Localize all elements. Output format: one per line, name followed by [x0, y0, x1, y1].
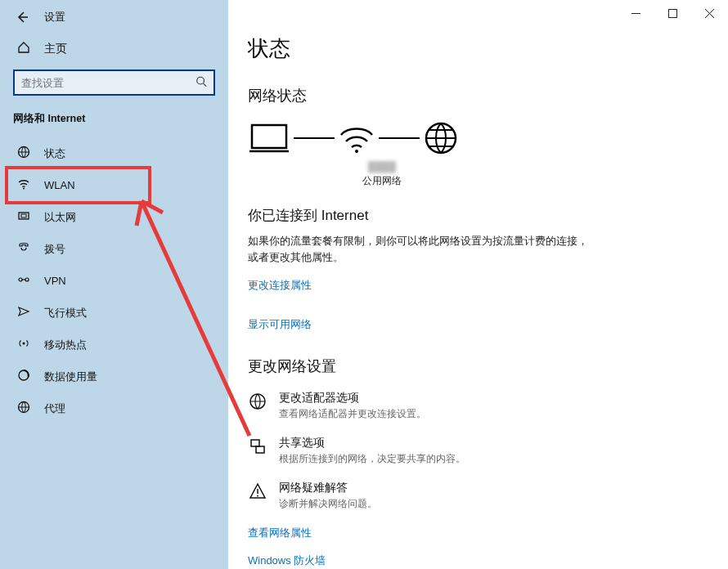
sidebar-item-airplane[interactable]: 飞行模式: [0, 297, 228, 329]
option-adapter[interactable]: 更改适配器选项 查看网络适配器并更改连接设置。: [248, 391, 708, 421]
network-status-heading: 网络状态: [248, 86, 708, 105]
hotspot-icon: [16, 337, 31, 352]
network-type: 公用网络: [326, 174, 438, 188]
diagram-label: ████ 公用网络: [326, 161, 438, 188]
link-show-available-networks[interactable]: 显示可用网络: [248, 317, 708, 332]
wifi-diagram-icon: [338, 120, 375, 156]
wifi-icon: [16, 177, 31, 193]
svg-rect-3: [19, 213, 29, 219]
svg-rect-11: [252, 125, 286, 148]
search-wrap: [13, 69, 215, 96]
minimize-button[interactable]: [618, 0, 654, 26]
connected-desc: 如果你的流量套餐有限制，则你可以将此网络设置为按流量计费的连接，或者更改其他属性…: [248, 233, 591, 265]
close-button[interactable]: [691, 0, 728, 26]
connected-title: 你已连接到 Internet: [248, 206, 708, 225]
home-icon: [16, 41, 31, 56]
sidebar-item-label: WLAN: [44, 179, 75, 191]
option-title: 更改适配器选项: [279, 391, 426, 405]
maximize-button[interactable]: [654, 0, 691, 26]
svg-rect-4: [21, 214, 26, 217]
svg-point-17: [257, 495, 258, 497]
data-usage-icon: [16, 369, 31, 384]
change-settings-heading: 更改网络设置: [248, 356, 708, 376]
link-change-connection-props[interactable]: 更改连接属性: [248, 278, 708, 293]
dialup-icon: [16, 241, 31, 257]
svg-point-7: [23, 343, 25, 345]
sidebar-item-label: VPN: [44, 275, 66, 287]
option-sharing[interactable]: 共享选项 根据所连接到的网络，决定要共享的内容。: [248, 436, 708, 466]
sidebar-item-wlan[interactable]: WLAN: [0, 169, 228, 201]
sidebar-item-vpn[interactable]: VPN: [0, 265, 228, 297]
back-button[interactable]: [15, 10, 29, 25]
sidebar: 设置 主页 网络和 Internet 状态 WLAN 以太网: [0, 0, 228, 569]
troubleshoot-icon: [248, 481, 267, 500]
device-icon: [248, 120, 290, 156]
airplane-icon: [16, 305, 31, 320]
link-windows-firewall[interactable]: Windows 防火墙: [248, 553, 708, 568]
globe-diagram-icon: [423, 120, 459, 156]
adapter-icon: [248, 391, 267, 410]
option-troubleshoot[interactable]: 网络疑难解答 诊断并解决网络问题。: [248, 481, 708, 511]
sidebar-item-label: 拨号: [44, 242, 65, 257]
option-desc: 根据所连接到的网络，决定要共享的内容。: [279, 452, 465, 466]
link-list: 查看网络属性 Windows 防火墙 网络和共享中心: [248, 526, 708, 569]
sidebar-section-title: 网络和 Internet: [0, 107, 228, 137]
vpn-icon: [16, 273, 31, 289]
sidebar-item-ethernet[interactable]: 以太网: [0, 201, 228, 233]
sidebar-item-dialup[interactable]: 拨号: [0, 233, 228, 265]
status-icon: [16, 146, 31, 161]
sidebar-item-label: 以太网: [44, 210, 76, 225]
titlebar: 设置: [0, 7, 228, 34]
svg-point-2: [23, 188, 25, 190]
search-input[interactable]: [13, 69, 215, 96]
ethernet-icon: [16, 209, 31, 225]
sidebar-item-hotspot[interactable]: 移动热点: [0, 329, 228, 361]
svg-rect-10: [669, 9, 677, 17]
svg-point-12: [355, 150, 358, 153]
option-desc: 查看网络适配器并更改连接设置。: [279, 407, 426, 421]
window-controls: [618, 0, 728, 26]
sidebar-item-label: 移动热点: [44, 338, 87, 352]
proxy-icon: [16, 401, 31, 416]
sidebar-item-label: 飞行模式: [44, 306, 87, 320]
sidebar-item-label: 代理: [44, 401, 65, 416]
option-title: 共享选项: [279, 436, 465, 450]
diagram-line: [294, 137, 335, 139]
svg-point-6: [25, 278, 29, 281]
app-title: 设置: [44, 10, 65, 25]
sidebar-item-datausage[interactable]: 数据使用量: [0, 361, 228, 392]
home-label: 主页: [44, 42, 67, 56]
diagram-line: [379, 137, 420, 139]
network-ssid: ████: [326, 161, 438, 172]
sidebar-item-label: 数据使用量: [44, 370, 97, 384]
sidebar-home[interactable]: 主页: [0, 34, 228, 63]
sidebar-item-label: 状态: [44, 146, 65, 161]
svg-rect-16: [256, 446, 264, 453]
svg-rect-15: [251, 440, 259, 446]
sharing-icon: [248, 436, 267, 455]
sidebar-item-status[interactable]: 状态: [0, 137, 228, 169]
sidebar-item-proxy[interactable]: 代理: [0, 392, 228, 424]
svg-point-5: [19, 278, 22, 281]
link-network-props[interactable]: 查看网络属性: [248, 526, 708, 540]
page-title: 状态: [248, 34, 708, 63]
option-title: 网络疑难解答: [279, 481, 377, 495]
network-diagram: [248, 120, 708, 156]
option-desc: 诊断并解决网络问题。: [279, 497, 377, 511]
content: 状态 网络状态 ████ 公用网络 你已连接到 Internet 如果你的流量套…: [228, 0, 728, 569]
